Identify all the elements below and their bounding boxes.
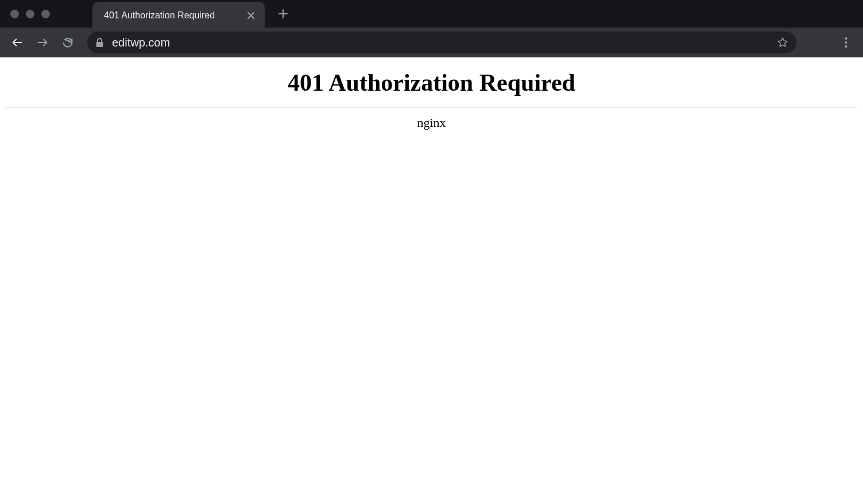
new-tab-button[interactable] (274, 5, 292, 23)
browser-chrome: 401 Authorization Required (0, 0, 863, 57)
plus-icon (278, 9, 288, 19)
bookmark-button[interactable] (777, 37, 788, 48)
tab-strip: 401 Authorization Required (0, 0, 863, 28)
arrow-right-icon (36, 36, 49, 49)
window-close-button[interactable] (10, 10, 19, 18)
window-minimize-button[interactable] (26, 10, 34, 18)
lock-icon (95, 38, 104, 48)
window-maximize-button[interactable] (41, 10, 50, 18)
star-icon (777, 37, 788, 48)
back-button[interactable] (7, 32, 28, 53)
browser-menu-button[interactable] (835, 32, 856, 53)
close-tab-button[interactable] (245, 10, 257, 21)
svg-point-1 (845, 37, 847, 40)
svg-point-3 (845, 45, 847, 48)
divider (6, 107, 857, 107)
svg-point-2 (845, 41, 847, 44)
close-icon (247, 11, 255, 20)
arrow-left-icon (11, 36, 24, 49)
browser-toolbar: editwp.com (0, 28, 863, 57)
reload-icon (61, 36, 74, 49)
error-heading: 401 Authorization Required (6, 69, 857, 96)
kebab-menu-icon (845, 37, 847, 48)
address-bar[interactable]: editwp.com (87, 32, 796, 53)
server-name: nginx (6, 115, 857, 130)
reload-button[interactable] (57, 32, 78, 53)
forward-button[interactable] (32, 32, 53, 53)
browser-tab[interactable]: 401 Authorization Required (92, 2, 265, 29)
page-content: 401 Authorization Required nginx (0, 57, 863, 136)
tab-title: 401 Authorization Required (104, 10, 245, 21)
svg-rect-0 (96, 42, 103, 47)
window-controls (7, 10, 64, 18)
url-text: editwp.com (112, 36, 769, 49)
